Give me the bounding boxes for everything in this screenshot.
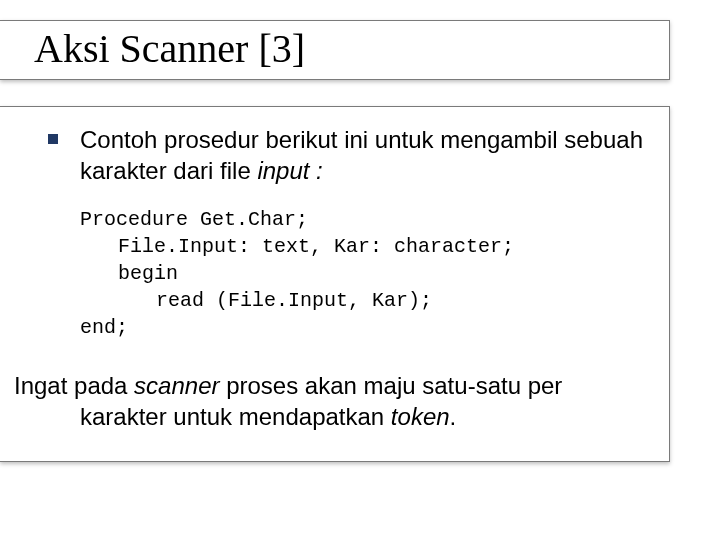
conclusion-italic-token: token (391, 403, 450, 430)
code-line: File.Input: text, Kar: character; (80, 233, 655, 260)
code-line: end; (80, 314, 655, 341)
title-container: Aksi Scanner [3] (0, 20, 670, 80)
bullet-text-main: Contoh prosedur berikut ini untuk mengam… (80, 126, 643, 184)
slide: Aksi Scanner [3] Contoh prosedur berikut… (0, 0, 720, 540)
square-bullet-icon (48, 134, 58, 144)
code-line: begin (80, 260, 655, 287)
code-block: Procedure Get.Char; File.Input: text, Ka… (80, 206, 655, 341)
code-line: read (File.Input, Kar); (80, 287, 655, 314)
bullet-item: Contoh prosedur berikut ini untuk mengam… (14, 125, 655, 186)
bullet-text: Contoh prosedur berikut ini untuk mengam… (80, 125, 655, 186)
bullet-text-italic: input : (257, 157, 322, 184)
code-line: Procedure Get.Char; (80, 206, 655, 233)
conclusion-part: Ingat pada (14, 372, 134, 399)
conclusion-italic-scanner: scanner (134, 372, 219, 399)
conclusion-part: . (450, 403, 457, 430)
content-container: Contoh prosedur berikut ini untuk mengam… (0, 106, 670, 462)
slide-title: Aksi Scanner [3] (34, 27, 669, 71)
conclusion-text: Ingat pada scanner proses akan maju satu… (14, 371, 655, 432)
